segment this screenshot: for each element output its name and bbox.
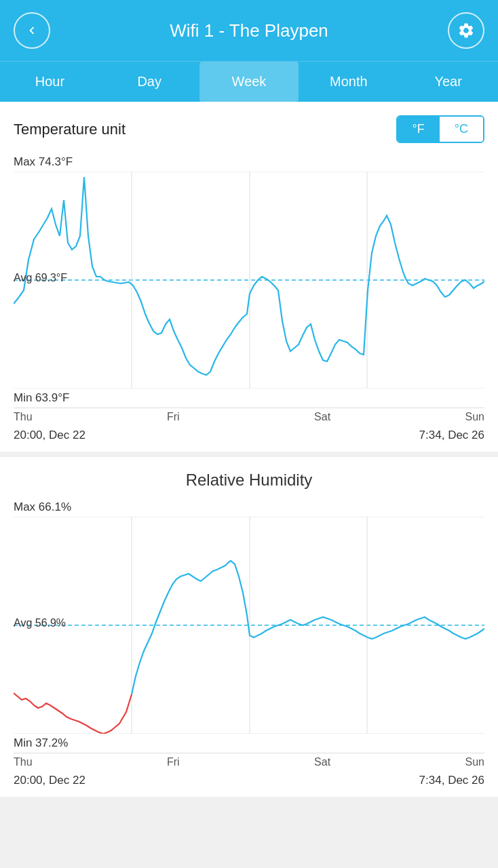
humidity-time-start: 20:00, Dec 22 [14, 774, 85, 787]
humidity-title: Relative Humidity [14, 471, 484, 490]
nav-tabs: Hour Day Week Month Year [0, 61, 498, 102]
unit-label: Temperature unit [14, 121, 126, 138]
humidity-day-3: Sat [314, 756, 330, 768]
temp-avg-label: Avg 69.3°F [14, 272, 67, 284]
temp-time-start: 20:00, Dec 22 [14, 429, 85, 442]
tab-month[interactable]: Month [299, 62, 398, 102]
temp-time-end: 7:34, Dec 26 [419, 429, 484, 442]
temperature-section: Temperature unit °F °C Max 74.3°F Avg 69… [0, 102, 498, 452]
humidity-time-row: 20:00, Dec 22 7:34, Dec 26 [14, 771, 484, 790]
humidity-day-2: Fri [167, 756, 180, 768]
unit-toggle: °F °C [396, 115, 484, 143]
temp-day-1: Thu [14, 411, 33, 423]
app-header: Wifi 1 - The Playpen [0, 0, 498, 61]
temp-min-label: Min 63.9°F [14, 391, 484, 405]
humidity-section: Relative Humidity Max 66.1% Avg 56.9% Mi… [0, 457, 498, 797]
temp-day-2: Fri [167, 411, 180, 423]
tab-week[interactable]: Week [199, 62, 299, 102]
humidity-day-4: Sun [465, 756, 484, 768]
humidity-min-label: Min 37.2% [14, 736, 484, 750]
humidity-max-label: Max 66.1% [14, 500, 484, 514]
temp-time-row: 20:00, Dec 22 7:34, Dec 26 [14, 426, 484, 445]
temp-max-label: Max 74.3°F [14, 155, 484, 169]
temp-day-3: Sat [314, 411, 330, 423]
humidity-day-1: Thu [14, 756, 33, 768]
humidity-time-end: 7:34, Dec 26 [419, 774, 484, 787]
humidity-avg-label: Avg 56.9% [14, 617, 66, 629]
humidity-axis-row: Thu Fri Sat Sun [14, 753, 484, 771]
header-title: Wifi 1 - The Playpen [170, 20, 328, 41]
tab-year[interactable]: Year [398, 62, 498, 102]
tab-hour[interactable]: Hour [0, 62, 100, 102]
temperature-svg [14, 172, 484, 389]
tab-day[interactable]: Day [100, 62, 199, 102]
temperature-chart: Max 74.3°F Avg 69.3°F Min 63.9°F Thu Fri [14, 155, 484, 445]
temp-day-4: Sun [465, 411, 484, 423]
unit-celsius-button[interactable]: °C [440, 117, 483, 142]
settings-button[interactable] [448, 12, 484, 49]
unit-fahrenheit-button[interactable]: °F [398, 117, 440, 142]
humidity-chart: Max 66.1% Avg 56.9% Min 37.2% Thu [14, 500, 484, 790]
unit-row: Temperature unit °F °C [14, 115, 484, 143]
back-button[interactable] [14, 12, 50, 49]
humidity-svg [14, 517, 484, 734]
temp-axis-row: Thu Fri Sat Sun [14, 408, 484, 426]
